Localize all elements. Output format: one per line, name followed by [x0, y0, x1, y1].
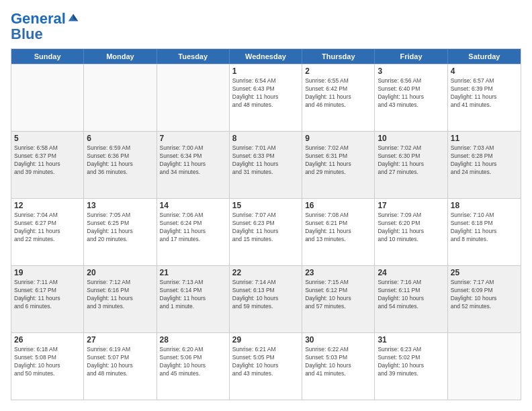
day-info: Sunrise: 7:05 AM Sunset: 6:25 PM Dayligh…	[87, 212, 153, 244]
weekday-header-tuesday: Tuesday	[157, 49, 230, 64]
day-info: Sunrise: 6:57 AM Sunset: 6:39 PM Dayligh…	[451, 77, 518, 109]
calendar-cell: 21Sunrise: 7:13 AM Sunset: 6:14 PM Dayli…	[157, 266, 230, 332]
day-number: 9	[305, 134, 371, 143]
day-number: 2	[305, 66, 371, 76]
day-number: 17	[378, 201, 444, 210]
day-number: 14	[160, 201, 226, 210]
day-number: 22	[232, 268, 299, 277]
calendar-cell: 18Sunrise: 7:10 AM Sunset: 6:18 PM Dayli…	[448, 199, 521, 265]
calendar-cell: 7Sunrise: 7:00 AM Sunset: 6:34 PM Daylig…	[157, 132, 230, 198]
weekday-header-wednesday: Wednesday	[230, 49, 302, 64]
calendar-row-2: 5Sunrise: 6:58 AM Sunset: 6:37 PM Daylig…	[11, 131, 521, 198]
day-info: Sunrise: 7:10 AM Sunset: 6:18 PM Dayligh…	[451, 212, 518, 244]
day-number: 8	[232, 134, 299, 143]
calendar-cell: 30Sunrise: 6:22 AM Sunset: 5:03 PM Dayli…	[302, 333, 375, 400]
day-number: 23	[305, 268, 371, 277]
calendar-cell: 28Sunrise: 6:20 AM Sunset: 5:06 PM Dayli…	[157, 333, 230, 400]
calendar-cell: 12Sunrise: 7:04 AM Sunset: 6:27 PM Dayli…	[11, 199, 84, 265]
day-info: Sunrise: 7:11 AM Sunset: 6:17 PM Dayligh…	[14, 279, 81, 311]
day-number: 10	[378, 134, 444, 143]
calendar-cell: 11Sunrise: 7:03 AM Sunset: 6:28 PM Dayli…	[448, 132, 521, 198]
calendar-cell: 4Sunrise: 6:57 AM Sunset: 6:39 PM Daylig…	[448, 64, 521, 131]
day-info: Sunrise: 7:16 AM Sunset: 6:11 PM Dayligh…	[378, 279, 444, 311]
calendar-cell: 6Sunrise: 6:59 AM Sunset: 6:36 PM Daylig…	[84, 132, 157, 198]
day-info: Sunrise: 7:15 AM Sunset: 6:12 PM Dayligh…	[305, 279, 371, 311]
weekday-header-saturday: Saturday	[448, 49, 521, 64]
day-number: 3	[378, 66, 444, 76]
calendar-cell: 10Sunrise: 7:02 AM Sunset: 6:30 PM Dayli…	[375, 132, 447, 198]
day-number: 24	[378, 268, 444, 277]
day-info: Sunrise: 6:54 AM Sunset: 6:43 PM Dayligh…	[232, 77, 299, 109]
day-number: 20	[87, 268, 153, 277]
calendar-cell	[84, 64, 157, 131]
logo-blue: Blue	[11, 27, 79, 42]
calendar-cell: 25Sunrise: 7:17 AM Sunset: 6:09 PM Dayli…	[448, 266, 521, 332]
day-number: 28	[160, 335, 226, 345]
page-header: General Blue	[11, 11, 521, 42]
calendar-row-4: 19Sunrise: 7:11 AM Sunset: 6:17 PM Dayli…	[11, 265, 521, 332]
calendar-cell: 2Sunrise: 6:55 AM Sunset: 6:42 PM Daylig…	[302, 64, 375, 131]
day-info: Sunrise: 7:13 AM Sunset: 6:14 PM Dayligh…	[160, 279, 226, 311]
calendar-row-1: 1Sunrise: 6:54 AM Sunset: 6:43 PM Daylig…	[11, 64, 521, 131]
calendar-cell: 24Sunrise: 7:16 AM Sunset: 6:11 PM Dayli…	[375, 266, 447, 332]
day-number: 15	[232, 201, 299, 210]
calendar-cell: 31Sunrise: 6:23 AM Sunset: 5:02 PM Dayli…	[375, 333, 447, 400]
logo-text: General	[11, 11, 66, 27]
day-info: Sunrise: 6:20 AM Sunset: 5:06 PM Dayligh…	[160, 346, 226, 378]
day-info: Sunrise: 7:00 AM Sunset: 6:34 PM Dayligh…	[160, 144, 226, 177]
calendar-cell: 13Sunrise: 7:05 AM Sunset: 6:25 PM Dayli…	[84, 199, 157, 265]
calendar-cell: 9Sunrise: 7:02 AM Sunset: 6:31 PM Daylig…	[302, 132, 375, 198]
day-info: Sunrise: 7:01 AM Sunset: 6:33 PM Dayligh…	[232, 144, 299, 177]
day-number: 18	[451, 201, 518, 210]
weekday-header-thursday: Thursday	[302, 49, 375, 64]
day-number: 13	[87, 201, 153, 210]
day-info: Sunrise: 7:17 AM Sunset: 6:09 PM Dayligh…	[451, 279, 518, 311]
day-info: Sunrise: 6:18 AM Sunset: 5:08 PM Dayligh…	[14, 346, 81, 378]
calendar-row-3: 12Sunrise: 7:04 AM Sunset: 6:27 PM Dayli…	[11, 198, 521, 265]
day-number: 11	[451, 134, 518, 143]
calendar: SundayMondayTuesdayWednesdayThursdayFrid…	[11, 48, 521, 400]
weekday-header-sunday: Sunday	[11, 49, 84, 64]
day-number: 5	[14, 134, 81, 143]
calendar-cell: 17Sunrise: 7:09 AM Sunset: 6:20 PM Dayli…	[375, 199, 447, 265]
day-number: 4	[451, 66, 518, 76]
day-number: 1	[232, 66, 299, 76]
calendar-cell: 3Sunrise: 6:56 AM Sunset: 6:40 PM Daylig…	[375, 64, 447, 131]
day-number: 27	[87, 335, 153, 345]
calendar-cell: 14Sunrise: 7:06 AM Sunset: 6:24 PM Dayli…	[157, 199, 230, 265]
day-info: Sunrise: 6:56 AM Sunset: 6:40 PM Dayligh…	[378, 77, 444, 109]
calendar-cell: 23Sunrise: 7:15 AM Sunset: 6:12 PM Dayli…	[302, 266, 375, 332]
day-info: Sunrise: 6:55 AM Sunset: 6:42 PM Dayligh…	[305, 77, 371, 109]
calendar-cell: 15Sunrise: 7:07 AM Sunset: 6:23 PM Dayli…	[230, 199, 302, 265]
weekday-header-friday: Friday	[375, 49, 447, 64]
day-info: Sunrise: 7:09 AM Sunset: 6:20 PM Dayligh…	[378, 212, 444, 244]
calendar-cell: 22Sunrise: 7:14 AM Sunset: 6:13 PM Dayli…	[230, 266, 302, 332]
day-number: 7	[160, 134, 226, 143]
calendar-cell	[11, 64, 84, 131]
day-number: 19	[14, 268, 81, 277]
calendar-cell: 29Sunrise: 6:21 AM Sunset: 5:05 PM Dayli…	[230, 333, 302, 400]
calendar-body: 1Sunrise: 6:54 AM Sunset: 6:43 PM Daylig…	[11, 64, 521, 400]
day-info: Sunrise: 7:12 AM Sunset: 6:16 PM Dayligh…	[87, 279, 153, 311]
day-info: Sunrise: 6:19 AM Sunset: 5:07 PM Dayligh…	[87, 346, 153, 378]
day-number: 6	[87, 134, 153, 143]
day-info: Sunrise: 6:21 AM Sunset: 5:05 PM Dayligh…	[232, 346, 299, 378]
calendar-cell: 27Sunrise: 6:19 AM Sunset: 5:07 PM Dayli…	[84, 333, 157, 400]
day-info: Sunrise: 6:23 AM Sunset: 5:02 PM Dayligh…	[378, 346, 444, 378]
day-number: 31	[378, 335, 444, 345]
day-number: 30	[305, 335, 371, 345]
day-info: Sunrise: 6:59 AM Sunset: 6:36 PM Dayligh…	[87, 144, 153, 177]
calendar-cell	[448, 333, 521, 400]
weekday-header-monday: Monday	[84, 49, 157, 64]
calendar-cell: 20Sunrise: 7:12 AM Sunset: 6:16 PM Dayli…	[84, 266, 157, 332]
day-number: 21	[160, 268, 226, 277]
day-info: Sunrise: 7:04 AM Sunset: 6:27 PM Dayligh…	[14, 212, 81, 244]
day-info: Sunrise: 7:06 AM Sunset: 6:24 PM Dayligh…	[160, 212, 226, 244]
day-number: 12	[14, 201, 81, 210]
day-info: Sunrise: 7:08 AM Sunset: 6:21 PM Dayligh…	[305, 212, 371, 244]
calendar-cell: 16Sunrise: 7:08 AM Sunset: 6:21 PM Dayli…	[302, 199, 375, 265]
calendar-cell: 26Sunrise: 6:18 AM Sunset: 5:08 PM Dayli…	[11, 333, 84, 400]
calendar-cell	[157, 64, 230, 131]
day-number: 26	[14, 335, 81, 345]
calendar-cell: 5Sunrise: 6:58 AM Sunset: 6:37 PM Daylig…	[11, 132, 84, 198]
